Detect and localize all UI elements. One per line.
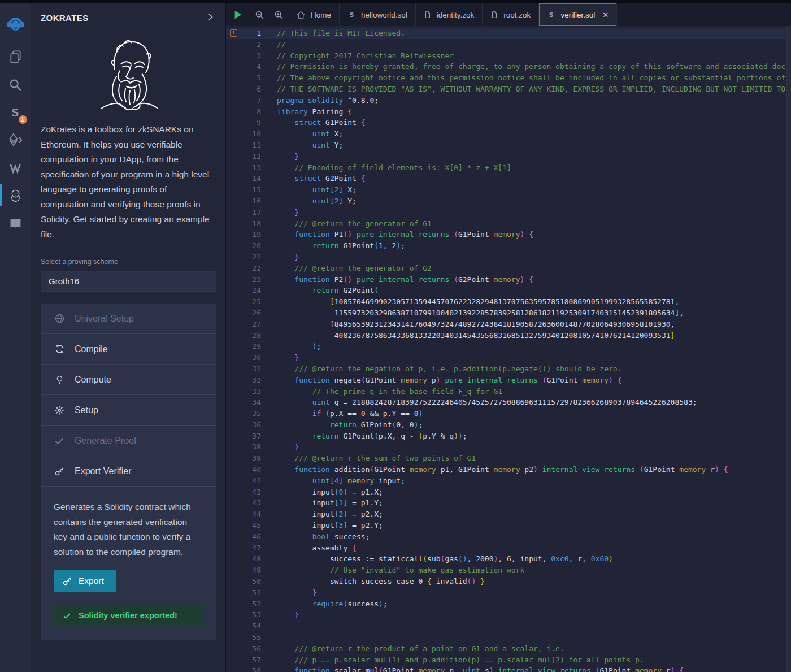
code-line[interactable]: 39 /// @return r the sum of two points o… xyxy=(226,453,791,464)
code-line[interactable]: 8library Pairing { xyxy=(226,106,791,118)
gutter-cell xyxy=(226,441,242,453)
menu-item-compute[interactable]: Compute xyxy=(41,365,216,395)
code-line[interactable]: 7pragma solidity ^0.8.0; xyxy=(226,95,791,106)
code-line[interactable]: 30 } xyxy=(226,352,791,363)
code-line[interactable]: 11 uint Y; xyxy=(226,140,791,151)
chevron-right-icon[interactable] xyxy=(205,10,216,25)
code-line[interactable]: 3// Copyright 2017 Christian Reitwiessne… xyxy=(226,50,791,62)
code-line[interactable]: 32 function negate(G1Point memory p) pur… xyxy=(226,375,791,386)
tab-verifier-sol[interactable]: Sverifier.sol✕ xyxy=(539,3,617,26)
code-line[interactable]: 13 // Encoding of field elements is: X[0… xyxy=(226,162,791,174)
rail-item-file-explorer[interactable] xyxy=(0,43,31,71)
code-line[interactable]: 20 return G1Point(1, 2); xyxy=(226,240,791,252)
rail-item-zokrates[interactable] xyxy=(0,181,31,209)
code-line[interactable]: 50 switch success case 0 { invalid() } xyxy=(226,576,791,587)
tab-helloworld-sol[interactable]: Shelloworld.sol xyxy=(340,3,416,26)
code-line[interactable]: 14 struct G2Point { xyxy=(226,173,791,184)
code-line[interactable]: 4// Permission is hereby granted, free o… xyxy=(226,61,791,72)
code-line[interactable]: 55 xyxy=(226,632,791,643)
rail-item-remix-logo[interactable] xyxy=(0,8,31,41)
tab-home[interactable]: Home xyxy=(288,3,340,26)
menu-item-univeral-setup[interactable]: Univeral Setup xyxy=(41,304,216,334)
code-line[interactable]: 19 function P1() pure internal returns (… xyxy=(226,229,791,240)
code-line[interactable]: 22 /// @return the generator of G2 xyxy=(226,263,791,274)
code-line[interactable]: 28 4082367875863433681332203403145435568… xyxy=(226,330,791,341)
line-content: input[0] = p1.X; xyxy=(261,487,383,498)
code-line[interactable]: 40 function addition(G1Point memory p1, … xyxy=(226,464,791,475)
code-line[interactable]: 33 // The prime q in the base field F_q … xyxy=(226,386,791,397)
code-line[interactable]: 35 if (p.X == 0 && p.Y == 0) xyxy=(226,408,791,419)
code-line[interactable]: 43 input[1] = p1.Y; xyxy=(226,497,791,509)
code-line[interactable]: 25 [108570469990230571359445707622328294… xyxy=(226,296,791,307)
close-icon[interactable]: ✕ xyxy=(602,11,609,19)
rail-item-plugin-w[interactable] xyxy=(0,154,31,181)
code-line[interactable]: 46 bool success; xyxy=(226,531,791,543)
code-line[interactable]: 23 function P2() pure internal returns (… xyxy=(226,274,791,285)
code-line[interactable]: 24 return G2Point( xyxy=(226,285,791,296)
code-line[interactable]: 44 input[2] = p2.X; xyxy=(226,509,791,520)
line-number: 28 xyxy=(242,330,261,341)
code-editor[interactable]: !1// This file is MIT Licensed.2//3// Co… xyxy=(226,26,791,672)
plugin-manager-icon xyxy=(8,216,23,230)
code-line[interactable]: 36 return G1Point(0, 0); xyxy=(226,419,791,431)
code-line[interactable]: 2// xyxy=(226,39,791,50)
line-number: 31 xyxy=(242,363,261,375)
code-line[interactable]: 17 } xyxy=(226,207,791,218)
code-line[interactable]: 49 // Use "invalid" to make gas estimati… xyxy=(226,565,791,576)
code-line[interactable]: 47 assembly { xyxy=(226,543,791,554)
code-line[interactable]: 51 } xyxy=(226,587,791,599)
editor-scrollbar[interactable] xyxy=(786,26,791,672)
code-line[interactable]: 18 /// @return the generator of G1 xyxy=(226,218,791,229)
code-line[interactable]: 29 ); xyxy=(226,341,791,352)
rail-item-deploy-run[interactable] xyxy=(0,126,31,154)
code-line[interactable]: !1// This file is MIT Licensed. xyxy=(226,28,791,39)
code-line[interactable]: 10 uint X; xyxy=(226,128,791,140)
rail-item-plugin-manager[interactable] xyxy=(0,209,31,237)
menu-item-setup[interactable]: Setup xyxy=(41,395,216,426)
code-line[interactable]: 9 struct G1Point { xyxy=(226,117,791,128)
code-line[interactable]: 31 /// @return the negation of p, i.e. p… xyxy=(226,363,791,375)
code-line[interactable]: 12 } xyxy=(226,151,791,162)
code-line[interactable]: 53 } xyxy=(226,609,791,621)
code-line[interactable]: 42 input[0] = p1.X; xyxy=(226,487,791,498)
code-line[interactable]: 5// The above copyright notice and this … xyxy=(226,72,791,84)
code-line[interactable]: 6// THE SOFTWARE IS PROVIDED "AS IS", WI… xyxy=(226,84,791,95)
code-line[interactable]: 56 /// @return r the product of a point … xyxy=(226,643,791,654)
gutter-cell xyxy=(226,531,242,543)
code-line[interactable]: 34 uint q = 2188824287183927522224640574… xyxy=(226,397,791,408)
gutter-cell xyxy=(226,341,242,352)
menu-item-export-verifier[interactable]: Export Verifier xyxy=(41,456,216,487)
proving-scheme-select[interactable]: Groth16 xyxy=(41,271,216,292)
link-example[interactable]: example xyxy=(176,214,210,224)
gear-icon xyxy=(54,405,65,415)
gutter-cell xyxy=(226,632,242,643)
code-line[interactable]: 27 [849565392312343141760497324748927243… xyxy=(226,319,791,330)
menu-item-compile[interactable]: Compile xyxy=(41,334,216,365)
code-line[interactable]: 48 success := staticcall(sub(gas(), 2000… xyxy=(226,553,791,565)
code-line[interactable]: 26 1155973203298638710799100402139228578… xyxy=(226,307,791,319)
zoom-out-button[interactable] xyxy=(250,3,269,26)
link-zokrates[interactable]: ZoKrates xyxy=(41,124,76,134)
code-line[interactable]: 58 function scalar_mul(G1Point memory p,… xyxy=(226,665,791,672)
code-line[interactable]: 54 xyxy=(226,621,791,632)
code-line[interactable]: 37 return G1Point(p.X, q - (p.Y % q)); xyxy=(226,431,791,442)
tab-identity-zok[interactable]: identity.zok xyxy=(416,3,483,26)
code-line[interactable]: 15 uint[2] X; xyxy=(226,184,791,196)
code-line[interactable]: 52 require(success); xyxy=(226,599,791,610)
code-line[interactable]: 21 } xyxy=(226,252,791,263)
line-number: 42 xyxy=(242,487,261,498)
gutter-cell xyxy=(226,72,242,84)
zoom-in-button[interactable] xyxy=(269,3,288,26)
run-button[interactable] xyxy=(226,3,250,26)
rail-item-search[interactable] xyxy=(0,71,31,98)
menu-item-generate-proof[interactable]: Generate Proof xyxy=(41,426,216,456)
rail-item-solidity-compiler[interactable]: S1 xyxy=(0,98,31,126)
code-line[interactable]: 57 /// p == p.scalar_mul(1) and p.additi… xyxy=(226,654,791,666)
code-line[interactable]: 16 uint[2] Y; xyxy=(226,196,791,207)
tab-root-zok[interactable]: root.zok xyxy=(483,3,539,26)
code-line[interactable]: 38 } xyxy=(226,441,791,453)
code-line[interactable]: 45 input[3] = p2.Y; xyxy=(226,520,791,531)
line-content: input[3] = p2.Y; xyxy=(261,520,383,531)
code-line[interactable]: 41 uint[4] memory input; xyxy=(226,475,791,487)
export-button[interactable]: Export xyxy=(54,570,116,592)
